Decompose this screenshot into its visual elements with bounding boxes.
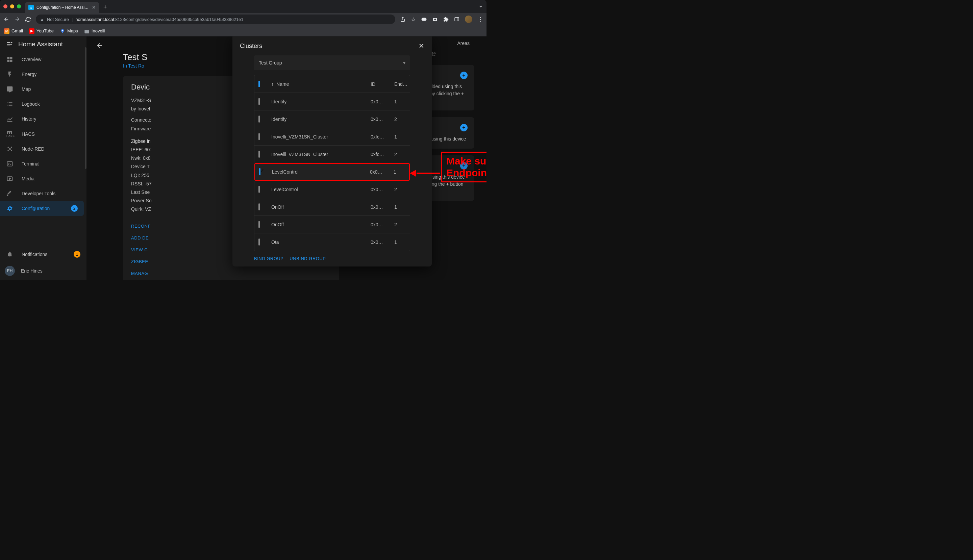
row-checkbox[interactable] xyxy=(259,151,260,158)
sidebar-item-terminal[interactable]: Terminal xyxy=(0,157,87,171)
sidebar-item-logbook[interactable]: Logbook xyxy=(0,97,87,112)
cluster-endpoint: 1 xyxy=(394,240,406,245)
row-checkbox[interactable] xyxy=(259,238,260,245)
sidebar-item-label: Node-RED xyxy=(22,146,45,152)
sidebar-item-overview[interactable]: Overview xyxy=(0,52,87,67)
cluster-row[interactable]: LevelControl0x0…1 xyxy=(254,163,410,181)
row-checkbox[interactable] xyxy=(259,98,260,105)
group-select[interactable]: Test Group ▾ xyxy=(254,55,410,70)
bookmark-youtube[interactable]: ▶YouTube xyxy=(29,28,54,34)
sort-arrow-icon[interactable]: ↑ xyxy=(271,82,274,87)
cluster-row[interactable]: LevelControl0x0…2 xyxy=(254,181,410,198)
user-avatar: EH xyxy=(5,266,15,276)
add-automation-button[interactable]: + xyxy=(460,72,467,79)
device-action-manag[interactable]: MANAG xyxy=(131,268,331,279)
bookmark-gmail[interactable]: MGmail xyxy=(4,28,23,34)
sidebar-item-energy[interactable]: Energy xyxy=(0,67,87,82)
cluster-row[interactable]: Identify0x0…2 xyxy=(254,110,410,128)
cluster-row[interactable]: OnOff0x0…1 xyxy=(254,198,410,216)
svg-rect-3 xyxy=(455,18,459,21)
sidebar-item-label: Overview xyxy=(22,57,41,62)
cluster-name: Ota xyxy=(271,240,366,245)
browser-tab[interactable]: ⌂ Configuration – Home Assistan ✕ xyxy=(25,2,99,13)
browser-nav-bar: ▲ Not Secure | homeassistant.local:8123/… xyxy=(0,13,486,26)
unbind-group-button[interactable]: UNBIND GROUP xyxy=(290,256,326,261)
folder-icon xyxy=(84,28,90,34)
cluster-row[interactable]: Inovelli_VZM31SN_Cluster0xfc…1 xyxy=(254,128,410,145)
url-path: :8123/config/devices/device/a04bd066f5cb… xyxy=(114,17,243,22)
reload-button[interactable] xyxy=(25,16,31,22)
select-all-checkbox[interactable] xyxy=(259,81,260,87)
row-checkbox[interactable] xyxy=(259,203,260,210)
sidebar-item-notifications[interactable]: Notifications 1 xyxy=(0,247,87,262)
sidebar-item-label: Map xyxy=(22,87,31,92)
chevron-down-icon: ▾ xyxy=(403,60,406,65)
row-checkbox[interactable] xyxy=(259,115,260,123)
cluster-id: 0x0… xyxy=(370,169,389,175)
extension-icon[interactable] xyxy=(421,17,427,22)
sidebar-item-hacs[interactable]: HACSHACS xyxy=(0,126,87,142)
close-window-button[interactable] xyxy=(3,4,7,8)
list-icon xyxy=(6,101,13,107)
bookmarks-bar: MGmail ▶YouTube Maps Inovelli xyxy=(0,26,486,37)
new-tab-button[interactable]: + xyxy=(103,4,107,11)
dashboard-icon xyxy=(6,56,13,63)
cluster-endpoint: 2 xyxy=(394,117,406,122)
cluster-row[interactable]: Inovelli_VZM31SN_Cluster0xfc…2 xyxy=(254,145,410,163)
row-checkbox[interactable] xyxy=(259,221,260,228)
camera-extension-icon[interactable] xyxy=(432,17,438,22)
tab-close-icon[interactable]: ✕ xyxy=(92,5,96,10)
cluster-row[interactable]: OnOff0x0…2 xyxy=(254,216,410,233)
svg-rect-9 xyxy=(7,57,10,60)
sidebar-item-media[interactable]: Media xyxy=(0,171,87,186)
cluster-name: Inovelli_VZM31SN_Cluster xyxy=(271,134,366,140)
profile-avatar[interactable] xyxy=(465,15,472,23)
row-checkbox[interactable] xyxy=(259,133,260,140)
add-scene-button[interactable]: + xyxy=(460,124,467,132)
cluster-endpoint: 1 xyxy=(394,169,405,175)
nodered-icon xyxy=(6,145,13,152)
cluster-name: Inovelli_VZM31SN_Cluster xyxy=(271,152,366,157)
menu-toggle-icon[interactable] xyxy=(6,41,13,48)
address-bar[interactable]: ▲ Not Secure | homeassistant.local:8123/… xyxy=(36,15,395,24)
sidebar-item-map[interactable]: Map xyxy=(0,82,87,97)
back-button[interactable] xyxy=(3,16,10,22)
notifications-badge: 1 xyxy=(73,251,80,258)
bookmark-maps[interactable]: Maps xyxy=(60,28,78,34)
tabs-expand-icon[interactable] xyxy=(478,4,483,9)
svg-rect-21 xyxy=(8,132,9,134)
areas-link[interactable]: Areas xyxy=(457,40,470,46)
cluster-name: Identify xyxy=(271,99,366,104)
bookmark-inovelli[interactable]: Inovelli xyxy=(84,28,105,34)
sidebar-item-node-red[interactable]: Node-RED xyxy=(0,142,87,157)
sidebar-item-configuration[interactable]: Configuration2 xyxy=(0,201,84,216)
dialog-close-button[interactable]: ✕ xyxy=(419,42,424,50)
cluster-row[interactable]: Identify0x0…1 xyxy=(254,93,410,110)
forward-button[interactable] xyxy=(14,16,20,22)
device-action-view-in-visualization[interactable]: VIEW IN VISUALIZATION xyxy=(131,279,331,280)
share-icon[interactable] xyxy=(400,17,406,22)
page-back-button[interactable] xyxy=(96,42,103,49)
extensions-puzzle-icon[interactable] xyxy=(443,17,449,22)
sidebar-item-history[interactable]: History xyxy=(0,112,87,126)
maps-icon xyxy=(60,28,65,34)
cluster-id: 0x0… xyxy=(371,187,389,192)
bookmark-star-icon[interactable]: ☆ xyxy=(411,16,416,23)
chrome-menu-icon[interactable]: ⋮ xyxy=(478,16,483,23)
sidebar-item-label: Configuration xyxy=(22,206,50,211)
minimize-window-button[interactable] xyxy=(10,4,14,8)
sidebar-user[interactable]: EH Eric Hines xyxy=(0,262,87,280)
clusters-table: ↑Name ID End… Identify0x0…1Identify0x0…2… xyxy=(254,75,410,251)
cluster-row[interactable]: Ota0x0…1 xyxy=(254,233,410,251)
gmail-icon: M xyxy=(4,28,10,34)
bind-group-button[interactable]: BIND GROUP xyxy=(254,256,284,261)
user-name: Eric Hines xyxy=(21,268,43,273)
cluster-id: 0xfc… xyxy=(371,152,389,157)
row-checkbox[interactable] xyxy=(259,168,260,175)
panel-icon[interactable] xyxy=(454,17,459,22)
sidebar-header: Home Assistant xyxy=(0,37,87,52)
row-checkbox[interactable] xyxy=(259,186,260,193)
sidebar-badge: 2 xyxy=(71,205,78,212)
maximize-window-button[interactable] xyxy=(17,4,21,8)
sidebar-item-developer-tools[interactable]: Developer Tools xyxy=(0,186,87,201)
